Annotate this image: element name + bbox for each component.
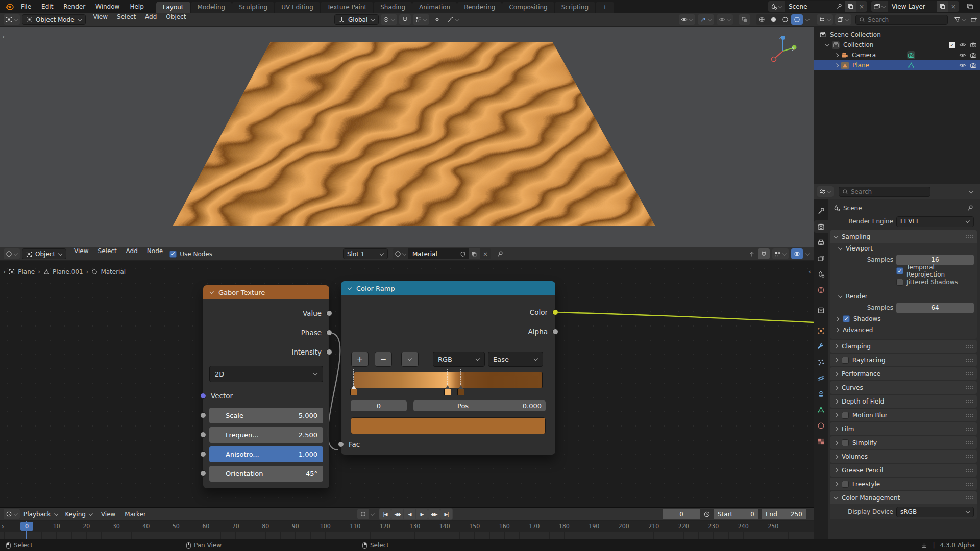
next-keyframe-button[interactable]: ◆▶: [428, 509, 440, 519]
interpolation-dropdown[interactable]: Ease: [488, 352, 543, 367]
frame-start-field[interactable]: Start 0: [714, 509, 758, 519]
shading-material-button[interactable]: [779, 14, 791, 25]
gabor-output-socket[interactable]: [326, 310, 332, 316]
panel-grip-icon[interactable]: [965, 358, 973, 362]
breadcrumb-object[interactable]: Plane: [18, 268, 35, 276]
material-fake-user-icon[interactable]: [457, 248, 469, 259]
shader-menu-item[interactable]: View: [69, 247, 93, 260]
plane-expand-icon[interactable]: [835, 63, 839, 67]
material-unlink-button[interactable]: ×: [480, 248, 491, 259]
scene-name-field[interactable]: Scene: [785, 1, 834, 12]
properties-options-dropdown[interactable]: [965, 186, 977, 197]
panel-grip-icon[interactable]: [965, 441, 973, 444]
viewport-menu-item[interactable]: Object: [161, 13, 190, 26]
jump-to-start-button[interactable]: |◀: [379, 509, 391, 519]
scene-copy-button[interactable]: [845, 1, 856, 12]
collection-checkbox[interactable]: ✓: [949, 42, 955, 48]
properties-panel-row[interactable]: Performance: [830, 367, 977, 380]
topbar-menu-item[interactable]: File: [16, 0, 36, 13]
timeline-tracks[interactable]: [0, 532, 814, 539]
hide-eye-icon[interactable]: [959, 41, 966, 48]
blender-logo-icon[interactable]: [5, 2, 14, 11]
hide-eye-icon[interactable]: [959, 62, 966, 69]
mode-dropdown[interactable]: Object Mode: [22, 14, 86, 25]
tab-material[interactable]: [814, 419, 828, 432]
network-icon[interactable]: [921, 542, 927, 549]
snap-with-dropdown[interactable]: [413, 14, 429, 25]
shading-rendered-button[interactable]: [791, 14, 803, 25]
stopwatch-icon[interactable]: [703, 511, 710, 518]
gabor-value-slider[interactable]: Scale 5.000: [209, 408, 323, 423]
hide-eye-icon[interactable]: [959, 52, 966, 59]
prev-keyframe-button[interactable]: ◀◆: [391, 509, 403, 519]
timeline-editor-type-button[interactable]: [4, 509, 20, 519]
properties-panel-row[interactable]: Freestyle: [830, 478, 977, 490]
gabor-value-slider[interactable]: Anisotro... 1.000: [209, 446, 323, 462]
panel-grip-icon[interactable]: [965, 235, 973, 238]
outliner-search-input[interactable]: [868, 16, 944, 23]
new-collection-icon[interactable]: [970, 16, 977, 23]
outliner-filter-dropdown[interactable]: [952, 14, 968, 25]
properties-editor-type-button[interactable]: [817, 186, 834, 197]
panel-grip-icon[interactable]: [965, 399, 973, 403]
workspace-tab[interactable]: Sculpting: [232, 2, 274, 13]
jump-to-end-button[interactable]: ▶|: [440, 509, 452, 519]
sidebar-collapse-arrow[interactable]: ‹: [808, 268, 811, 276]
auto-keying-dropdown[interactable]: [371, 512, 375, 516]
panel-grip-icon[interactable]: [965, 468, 973, 472]
current-frame-field[interactable]: 0: [663, 509, 700, 519]
timeline-view-menu[interactable]: View: [96, 511, 120, 518]
remove-stop-button[interactable]: −: [375, 352, 392, 367]
topbar-menu-item[interactable]: Edit: [36, 0, 58, 13]
gabor-output-socket[interactable]: [326, 349, 332, 355]
tab-view-layer[interactable]: [814, 252, 828, 264]
navigation-gizmo[interactable]: y z x: [767, 33, 799, 65]
collection-expand-icon[interactable]: [825, 43, 829, 47]
viewport-menu-item[interactable]: Add: [140, 13, 161, 26]
outliner-row-camera[interactable]: Camera: [814, 50, 980, 60]
outliner-row-collection[interactable]: Collection ✓: [814, 40, 980, 50]
temporal-reprojection-checkbox[interactable]: ✓: [896, 267, 903, 274]
gabor-output-socket[interactable]: [326, 330, 332, 336]
slot-dropdown[interactable]: Slot 1: [343, 248, 388, 259]
color-management-header[interactable]: Color Management: [830, 491, 977, 504]
tab-object[interactable]: [814, 324, 828, 337]
outliner-filter-type-dropdown[interactable]: [835, 14, 851, 25]
shader-type-dropdown[interactable]: Object: [22, 248, 66, 259]
color-ramp-node-header[interactable]: Color Ramp: [341, 281, 555, 295]
properties-panel-row[interactable]: Curves: [830, 381, 977, 394]
tab-physics[interactable]: [814, 372, 828, 384]
properties-panel-row[interactable]: Motion Blur: [830, 409, 977, 421]
outliner-search[interactable]: [855, 15, 948, 25]
gabor-input-socket[interactable]: [200, 412, 206, 418]
parent-node-tree-icon[interactable]: [748, 251, 755, 258]
display-device-dropdown[interactable]: sRGB: [896, 507, 974, 517]
disable-render-icon[interactable]: [970, 62, 977, 69]
gizmos-dropdown[interactable]: [698, 14, 714, 25]
shader-snap-toggle[interactable]: [758, 248, 770, 259]
properties-panel-row[interactable]: Depth of Field: [830, 395, 977, 408]
tab-tool[interactable]: [814, 205, 828, 217]
ramp-stop-0[interactable]: [350, 389, 357, 395]
shading-dropdown[interactable]: [805, 18, 810, 22]
topbar-menu-item[interactable]: Render: [58, 0, 90, 13]
new-view-layer-icon[interactable]: [966, 3, 974, 10]
shader-menu-item[interactable]: Node: [142, 247, 167, 260]
tab-texture[interactable]: [814, 435, 828, 447]
viewport-menu-item[interactable]: View: [89, 13, 112, 26]
properties-panel-row[interactable]: Clamping: [830, 340, 977, 353]
properties-panel-row[interactable]: Volumes: [830, 450, 977, 463]
shading-wireframe-button[interactable]: [756, 14, 768, 25]
outliner-display-mode-dropdown[interactable]: [817, 14, 833, 25]
advanced-subpanel[interactable]: Advanced: [830, 324, 977, 336]
scene-unlink-button[interactable]: ×: [856, 1, 867, 12]
gabor-dimension-dropdown[interactable]: 2D: [209, 366, 323, 382]
sampling-viewport-subpanel[interactable]: Viewport: [830, 243, 977, 254]
workspace-tab[interactable]: +: [596, 2, 614, 13]
add-stop-button[interactable]: +: [351, 352, 369, 367]
tab-constraints[interactable]: [814, 388, 828, 400]
disable-render-icon[interactable]: [970, 52, 977, 59]
fac-input-socket[interactable]: [338, 441, 344, 447]
playback-menu[interactable]: Playback: [20, 509, 62, 519]
panel-grip-icon[interactable]: [965, 372, 973, 375]
